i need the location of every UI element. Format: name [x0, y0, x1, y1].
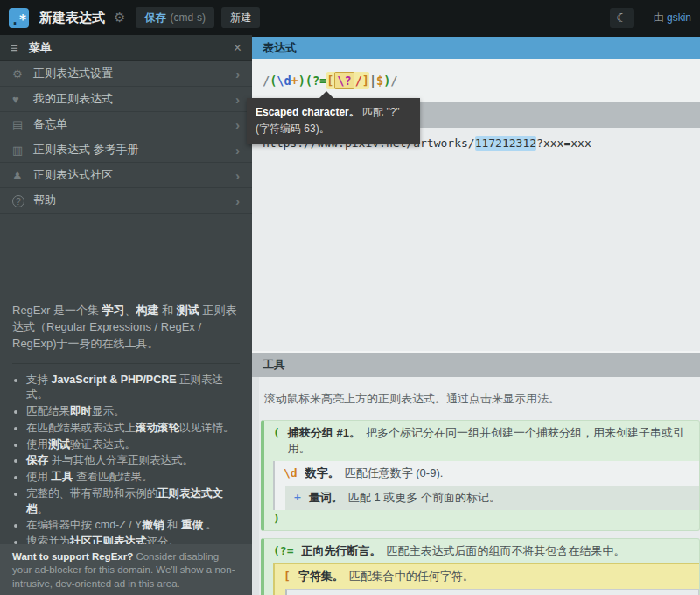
- token-glyph: \d: [284, 466, 298, 480]
- regex-token: ]: [362, 74, 369, 88]
- menu-header: ≡ 菜单 ×: [0, 35, 252, 61]
- sidebar-item-favorites[interactable]: ♥ 我的正则表达式 ›: [0, 87, 252, 112]
- feature-item: 使用 工具 查看匹配结果。: [26, 470, 240, 486]
- feature-item: 支持 JavaScript & PHP/PCRE 正则表达式。: [26, 373, 240, 404]
- match-highlight: 117212312: [475, 136, 536, 150]
- regex-token: |: [369, 74, 376, 88]
- feature-item: 保存 并与其他人分享正则表达式。: [26, 453, 240, 469]
- explain-row-escaped[interactable]: \? Escaped character。匹配 "?" (字符编码 63)。: [287, 590, 698, 595]
- menu-title: 菜单: [29, 40, 234, 56]
- explain-nested-quantifier: + 量词。匹配 1 或更多 个前面的标记。: [285, 486, 699, 510]
- charset-hover-highlight: [\?/]: [326, 72, 369, 89]
- explain-row-quantifier[interactable]: + 量词。匹配 1 或更多 个前面的标记。: [285, 486, 699, 510]
- token-glyph: +: [294, 491, 301, 504]
- test-text-area[interactable]: https://www.pixiv.net/artworks/117212312…: [252, 128, 700, 353]
- community-icon: ♟: [12, 169, 33, 182]
- feature-item: 匹配结果即时显示。: [26, 404, 240, 420]
- moon-icon: ☾: [616, 10, 627, 24]
- help-icon: ?: [12, 194, 33, 207]
- sidebar-about: RegExr 是一个集 学习、构建 和 测试 正则表达式（Regular Exp…: [0, 303, 252, 551]
- explain-row-lookahead[interactable]: (?= 正向先行断言。匹配主表达式后面的组而不将其包含在结果中。: [264, 539, 699, 564]
- credit-link[interactable]: 由 gskin: [654, 10, 691, 25]
- regex-token: ): [298, 74, 305, 88]
- token-glyph: (: [273, 426, 280, 439]
- explain-row-group-open[interactable]: ( 捕获分组 #1。把多个标记分在同一组并创建一个捕获分组，用来创建子串或引用。: [264, 421, 699, 461]
- chevron-right-icon: ›: [235, 168, 240, 183]
- sidebar-item-help[interactable]: ? 帮助 ›: [0, 188, 252, 214]
- chevron-right-icon: ›: [235, 143, 240, 158]
- regex-token: /: [355, 74, 362, 88]
- regex-token: ): [383, 74, 390, 88]
- dark-mode-toggle[interactable]: ☾: [610, 8, 634, 28]
- heart-icon: ♥: [12, 93, 33, 106]
- regex-token: $: [376, 74, 383, 88]
- token-tooltip: Escaped character。 匹配 "?" (字符编码 63)。: [247, 98, 420, 144]
- document-title: 新建表达式: [39, 10, 105, 26]
- sidebar-item-community[interactable]: ♟ 正则表达式社区 ›: [0, 163, 252, 188]
- save-shortcut: (cmd-s): [170, 11, 206, 24]
- token-glyph: (?=: [273, 544, 293, 557]
- regex-token: (: [270, 74, 276, 88]
- regex-token: +: [291, 74, 298, 88]
- regexr-logo-icon[interactable]: .*: [9, 8, 29, 28]
- chevron-right-icon: ›: [235, 92, 240, 107]
- token-glyph: ): [273, 512, 280, 525]
- explain-row-group-close[interactable]: ): [264, 510, 699, 530]
- regex-token: (?=: [305, 74, 326, 88]
- expression-section-header: 表达式: [252, 37, 700, 60]
- sidebar-item-settings[interactable]: ⚙ 正则表达式设置 ›: [0, 61, 252, 87]
- explain-row-charset[interactable]: [ 字符集。匹配集合中的任何字符。: [275, 564, 699, 589]
- reference-book-icon: ▥: [12, 144, 33, 157]
- feature-item: 使用测试验证表达式。: [26, 438, 240, 453]
- gear-icon: ⚙: [12, 67, 33, 80]
- feature-list: 支持 JavaScript & PHP/PCRE 正则表达式。匹配结果即时显示。…: [26, 373, 240, 550]
- sidebar-divider: [12, 363, 240, 364]
- token-glyph: [: [284, 570, 290, 583]
- feature-item: 在匹配结果或表达式上滚动滚轮以见详情。: [26, 421, 240, 437]
- explain-block-group: ( 捕获分组 #1。把多个标记分在同一组并创建一个捕获分组，用来创建子串或引用。…: [261, 420, 700, 531]
- sidebar-menu-panel: ≡ 菜单 × ⚙ 正则表达式设置 › ♥ 我的正则表达式 › ▤ 备忘单 › ▥…: [0, 35, 252, 595]
- close-icon[interactable]: ×: [234, 40, 242, 56]
- regex-token: [: [326, 74, 333, 88]
- sidebar-item-cheatsheet[interactable]: ▤ 备忘单 ›: [0, 112, 252, 137]
- tools-section-header: 工具: [252, 351, 700, 377]
- feature-item: 完整的、带有帮助和示例的正则表达式文档。: [26, 486, 240, 518]
- explain-nested-escaped: \? Escaped character。匹配 "?" (字符编码 63)。: [285, 589, 699, 595]
- explain-tool-panel: 滚动鼠标来高亮上方的正则表达式。通过点击来显示用法。 ( 捕获分组 #1。把多个…: [252, 377, 700, 595]
- regex-token-selected: \?: [334, 72, 354, 89]
- regex-token: /: [390, 74, 397, 88]
- chevron-right-icon: ›: [235, 193, 240, 208]
- regex-token: /: [262, 74, 270, 88]
- explain-row-digit[interactable]: \d 数字。匹配任意数字 (0-9).: [275, 461, 699, 486]
- title-gear-icon[interactable]: ⚙: [114, 10, 125, 25]
- cheatsheet-icon: ▤: [12, 118, 33, 131]
- ad-support-notice: Want to support RegExr? Consider disabli…: [0, 544, 252, 595]
- chevron-right-icon: ›: [235, 66, 240, 81]
- test-text: ?xxx=xxx: [536, 136, 592, 150]
- menu-list-icon: ≡: [10, 40, 18, 55]
- explain-nested-digit: \d 数字。匹配任意数字 (0-9). + 量词。匹配 1 或更多 个前面的标记…: [273, 461, 699, 510]
- top-bar: .* 新建表达式 ⚙ 保存 (cmd-s) 新建 ☾ 由 gskin: [0, 0, 700, 35]
- new-button[interactable]: 新建: [221, 7, 260, 28]
- about-paragraph: RegExr 是一个集 学习、构建 和 测试 正则表达式（Regular Exp…: [12, 303, 240, 353]
- feature-item: 在编辑器中按 cmd-Z / Y撤销 和 重做 。: [26, 518, 240, 534]
- chevron-right-icon: ›: [235, 117, 240, 132]
- save-button[interactable]: 保存 (cmd-s): [136, 7, 214, 28]
- regex-token: \d: [276, 74, 290, 88]
- explain-nested-charset: [ 字符集。匹配集合中的任何字符。 \? Escaped character。匹…: [273, 564, 699, 595]
- sidebar-item-reference[interactable]: ▥ 正则表达式 参考手册 ›: [0, 137, 252, 163]
- explain-hint: 滚动鼠标来高亮上方的正则表达式。通过点击来显示用法。: [264, 391, 700, 407]
- explain-block-lookahead: (?= 正向先行断言。匹配主表达式后面的组而不将其包含在结果中。 [ 字符集。匹…: [261, 538, 700, 595]
